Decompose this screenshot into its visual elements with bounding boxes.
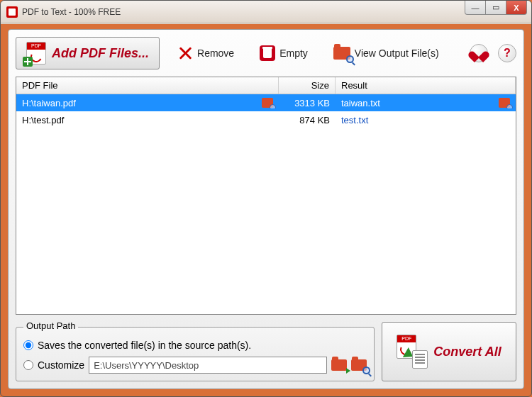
folder-search-icon: [333, 47, 350, 60]
output-customize-label: Customize: [38, 359, 84, 371]
pdf-plus-icon: [26, 42, 46, 65]
open-source-folder-icon[interactable]: [262, 98, 273, 108]
file-path: H:\taiwan.pdf: [22, 98, 76, 108]
result-link[interactable]: taiwan.txt: [341, 98, 380, 108]
maximize-button[interactable]: ▭: [485, 1, 506, 15]
empty-button[interactable]: Empty: [252, 42, 316, 65]
convert-all-label: Convert All: [433, 345, 501, 359]
app-window: PDF to Text - 100% FREE — ▭ X Add PDF Fi…: [0, 0, 532, 397]
app-icon: [6, 6, 18, 18]
open-result-folder-icon[interactable]: [499, 98, 510, 108]
view-output-label: View Output File(s): [355, 47, 439, 59]
close-button[interactable]: X: [506, 1, 527, 15]
output-customize-option[interactable]: Customize: [23, 357, 367, 374]
bottom-panel: Output Path Saves the converted file(s) …: [16, 322, 516, 381]
file-path: H:\test.pdf: [22, 115, 64, 125]
window-controls: — ▭ X: [465, 1, 527, 15]
output-source-label: Saves the converted file(s) in the sourc…: [38, 340, 251, 351]
output-path-panel: Output Path Saves the converted file(s) …: [16, 322, 375, 381]
column-header-file[interactable]: PDF File: [16, 77, 279, 94]
view-output-button[interactable]: View Output File(s): [326, 43, 447, 63]
convert-all-button[interactable]: Convert All: [382, 322, 516, 381]
list-header: PDF File Size Result: [16, 77, 516, 94]
output-source-radio[interactable]: [23, 340, 33, 350]
output-path-legend: Output Path: [23, 320, 78, 331]
table-row[interactable]: H:\taiwan.pdf 3313 KB taiwan.txt: [16, 94, 516, 111]
empty-label: Empty: [279, 47, 308, 59]
file-list: PDF File Size Result H:\taiwan.pdf 3313 …: [16, 77, 516, 315]
browse-folder-icon[interactable]: [331, 359, 347, 371]
add-pdf-label: Add PDF Files...: [52, 46, 149, 61]
help-button[interactable]: ?: [498, 44, 516, 62]
column-header-size[interactable]: Size: [279, 77, 336, 94]
output-path-input[interactable]: [89, 357, 327, 374]
output-source-option[interactable]: Saves the converted file(s) in the sourc…: [23, 340, 367, 351]
remove-label: Remove: [197, 47, 234, 59]
trash-icon: [260, 45, 275, 61]
table-row[interactable]: H:\test.pdf 874 KB test.txt: [16, 111, 516, 128]
column-header-result[interactable]: Result: [336, 77, 516, 94]
open-folder-icon[interactable]: [351, 359, 367, 371]
file-size: 874 KB: [279, 115, 336, 125]
titlebar[interactable]: PDF to Text - 100% FREE — ▭ X: [1, 1, 531, 23]
add-pdf-button[interactable]: Add PDF Files...: [16, 37, 160, 69]
convert-icon: [397, 335, 428, 369]
help-icon: ?: [504, 47, 511, 60]
content-area: Add PDF Files... Remove Empty View Outpu…: [8, 29, 524, 389]
toolbar: Add PDF Files... Remove Empty View Outpu…: [16, 37, 516, 69]
result-link[interactable]: test.txt: [341, 115, 368, 125]
heart-icon: [472, 47, 485, 60]
minimize-button[interactable]: —: [465, 1, 486, 15]
output-customize-radio[interactable]: [23, 360, 33, 370]
window-title: PDF to Text - 100% FREE: [22, 7, 121, 17]
remove-x-icon: [177, 45, 193, 61]
file-size: 3313 KB: [279, 98, 336, 108]
remove-button[interactable]: Remove: [170, 42, 242, 65]
favorite-button[interactable]: [470, 44, 488, 62]
